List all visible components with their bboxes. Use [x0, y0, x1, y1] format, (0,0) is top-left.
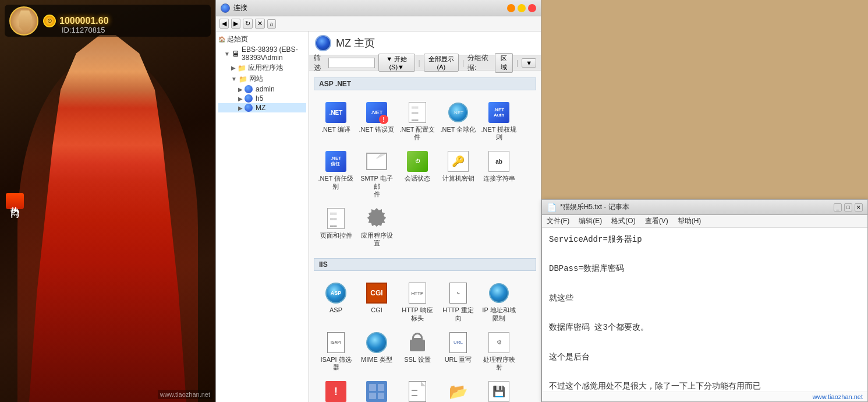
http-redirect-icon-item[interactable]: ⤷ HTTP 重定向 — [438, 278, 478, 326]
net-global-icon: .NET — [447, 101, 469, 124]
net-error-icon: .NET ! — [366, 101, 388, 124]
cgi-icon-item[interactable]: CGI CGI — [357, 278, 396, 326]
mime-label: MIME 类型 — [361, 356, 392, 364]
apppool-icon: 📁 — [238, 64, 246, 72]
dir-browse-icon-item[interactable]: 📂 目录浏览 — [438, 376, 478, 402]
modules-icon — [366, 380, 388, 402]
page-globe-icon — [315, 35, 331, 51]
coin-icon: ⊙ — [43, 15, 56, 27]
back-button[interactable]: ◀ — [219, 19, 229, 29]
notepad-icon: 📄 — [547, 203, 557, 212]
minimize-button[interactable] — [507, 4, 515, 12]
session-icon-item[interactable]: ⏱ 会话状态 — [398, 146, 437, 202]
iis-icons-grid: ASP ASP CGI CGI HTTP — [314, 276, 536, 402]
modules-icon-item[interactable]: 模块 — [357, 376, 396, 402]
http-redirect-label: HTTP 重定向 — [440, 306, 476, 322]
open-button[interactable]: ▼ 开始(S)▼ — [378, 54, 415, 72]
notepad-minimize-button[interactable]: _ — [834, 203, 842, 211]
h5-expand-icon: ▶ — [238, 96, 243, 102]
smtp-icon-item[interactable]: SMTP 电子邮件 — [357, 146, 396, 202]
handler-map-icon-item[interactable]: ⚙ 处理程序映射 — [479, 327, 519, 375]
default-doc-icon-item[interactable]: ════ 默认文档 — [398, 376, 437, 402]
refresh-button[interactable]: ↻ — [243, 19, 253, 29]
url-rewrite-icon-item[interactable]: URL URL 重写 — [438, 327, 478, 375]
iis-window-title: 连接 — [233, 3, 247, 13]
maximize-button[interactable] — [518, 4, 526, 12]
error-pages-icon-item[interactable]: ! 错误页 — [316, 376, 356, 402]
separator3: | — [516, 59, 518, 67]
notepad-maximize-button[interactable]: □ — [844, 203, 852, 211]
net-config-label: .NET 配置文件 — [400, 126, 435, 141]
net-auth-label: .NET 授权规则 — [481, 126, 517, 141]
ssl-icon-item[interactable]: SSL 设置 — [398, 327, 437, 375]
http-redirect-icon: ⤷ — [447, 282, 469, 304]
aspnet-icons-grid: .NET .NET 编译 .NET ! .NET 错误页 — [314, 95, 536, 253]
view-button[interactable]: ▼ — [522, 58, 536, 68]
asp-icon-item[interactable]: ASP ASP — [316, 278, 356, 326]
net-config-icon-item[interactable]: ══════ .NET 配置文件 — [398, 97, 437, 145]
hot-label: 热门 — [6, 193, 24, 209]
ip-restrict-label: IP 地址和域限制 — [482, 306, 515, 322]
group-value-button[interactable]: 区域 — [495, 53, 513, 73]
home-button[interactable]: ⌂ — [267, 19, 276, 29]
menu-edit[interactable]: 编辑(E) — [579, 216, 602, 226]
error-pages-icon: ! — [325, 380, 347, 402]
notepad-close-button[interactable]: ✕ — [855, 203, 863, 211]
net-error-icon-item[interactable]: .NET ! .NET 错误页 — [357, 97, 396, 145]
content-line-6: 不过这个感觉用处不是很大，除了一下上下分功能有用而已 — [549, 379, 860, 392]
ssl-label: SSL 设置 — [404, 356, 430, 364]
iis-main-content: MZ 主页 筛选 ▼ 开始(S)▼ | 全部显示(A) | 分组依据: 区域 |… — [309, 31, 541, 402]
session-label: 会话状态 — [405, 175, 430, 182]
stop-button[interactable]: ✕ — [255, 19, 265, 29]
tree-server[interactable]: ▼ 🖥 EBS-38393 (EBS-38393\Admin — [218, 45, 306, 62]
pages-ctrl-icon-item[interactable]: ══════ 页面和控件 — [316, 203, 356, 251]
menu-view[interactable]: 查看(V) — [645, 216, 668, 226]
filter-input[interactable] — [328, 58, 375, 68]
net-compile-icon-item[interactable]: .NET .NET 编译 — [316, 97, 356, 145]
tree-site-h5[interactable]: ▶ h5 — [218, 94, 306, 103]
output-cache-icon-item[interactable]: 💾 输出缓存 — [479, 376, 519, 402]
close-button[interactable] — [528, 4, 536, 12]
net-trust-icon: .NET信任 — [325, 150, 347, 172]
cgi-label: CGI — [371, 306, 382, 314]
notepad-title: *猫娱乐H5.txt - 记事本 — [560, 202, 830, 212]
tree-site-admin[interactable]: ▶ admin — [218, 84, 306, 94]
tree-start[interactable]: 🏠 起始页 — [218, 34, 306, 45]
start-icon: 🏠 — [218, 36, 225, 43]
h5-label: h5 — [256, 94, 263, 103]
net-trust-icon-item[interactable]: .NET信任 .NET 信任级别 — [316, 146, 356, 202]
http-headers-icon: HTTP — [406, 282, 428, 304]
http-headers-label: HTTP 响应标头 — [399, 306, 435, 322]
tree-sites[interactable]: ▼ 📁 网站 — [218, 73, 306, 84]
machine-key-icon-item[interactable]: 🔑 计算机密钥 — [438, 146, 478, 202]
net-auth-icon-item[interactable]: .NETAuth .NET 授权规则 — [479, 97, 519, 145]
admin-label: admin — [256, 85, 275, 93]
forward-button[interactable]: ▶ — [231, 19, 240, 29]
server-label: EBS-38393 (EBS-38393\Admin — [242, 45, 306, 62]
apppool-label: 应用程序池 — [248, 63, 283, 73]
mz-label: MZ — [256, 104, 265, 112]
menu-file[interactable]: 文件(F) — [547, 216, 569, 226]
http-headers-icon-item[interactable]: HTTP HTTP 响应标头 — [398, 278, 437, 326]
page-title: MZ 主页 — [336, 36, 375, 50]
content-line-3: 就这些 — [549, 291, 860, 306]
notepad-window: 📄 *猫娱乐H5.txt - 记事本 _ □ ✕ 文件(F) 编辑(E) 格式(… — [541, 199, 868, 402]
mime-icon-item[interactable]: MIME 类型 — [357, 327, 396, 375]
machine-key-icon: 🔑 — [447, 150, 469, 172]
machine-key-label: 计算机密钥 — [442, 175, 474, 182]
conn-string-icon-item[interactable]: ab 连接字符串 — [479, 146, 519, 202]
tree-apppool[interactable]: ▶ 📁 应用程序池 — [218, 62, 306, 73]
tree-site-mz[interactable]: ▶ MZ — [218, 103, 306, 112]
content-line-4: 数据库密码 这3个都要改。 — [549, 320, 860, 335]
menu-help[interactable]: 帮助(H) — [678, 216, 702, 226]
show-all-button[interactable]: 全部显示(A) — [424, 54, 459, 72]
net-global-icon-item[interactable]: .NET .NET 全球化 — [438, 97, 478, 145]
menu-format[interactable]: 格式(O) — [611, 216, 635, 226]
asp-label: ASP — [330, 306, 342, 314]
admin-globe-icon — [245, 85, 253, 93]
iis-toolbar: ◀ ▶ ↻ ✕ ⌂ — [216, 16, 541, 31]
isapi-icon-item[interactable]: ISAPI ISAPI 筛选器 — [316, 327, 356, 375]
app-settings-icon-item[interactable]: 应用程序设置 — [357, 203, 396, 251]
ip-restrict-icon-item[interactable]: IP 地址和域限制 — [479, 278, 519, 326]
page-header: MZ 主页 — [309, 31, 541, 55]
